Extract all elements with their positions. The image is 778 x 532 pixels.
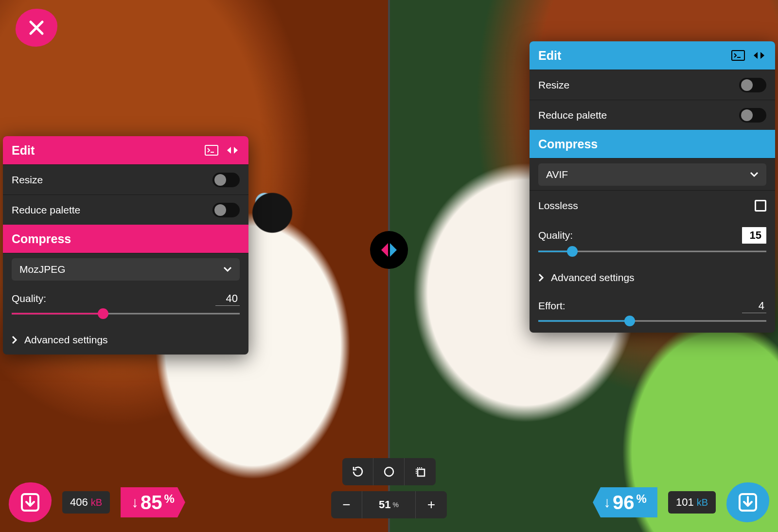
effort-value[interactable]: 4 [742,299,766,313]
quality-value-right[interactable]: 15 [742,227,766,244]
resize-row-right: Resize [530,70,775,100]
chevron-right-icon [538,273,544,282]
collapse-icon[interactable] [752,50,766,61]
reduction-left: ↓ 85 % [121,487,185,517]
effort-label: Effort: [538,300,566,312]
quality-label: Quality: [538,230,573,241]
codec-select-left[interactable]: MozJPEG [12,258,240,281]
view-controls [342,458,436,485]
filesize-value: 406 [70,496,88,509]
filesize-unit: kB [91,497,102,508]
collapse-icon[interactable] [225,145,240,156]
reduce-palette-row-right: Reduce palette [530,100,775,130]
resize-label: Resize [538,79,569,91]
zoom-display[interactable]: 51 % [362,491,416,518]
download-button-left[interactable] [9,482,52,522]
split-arrows-icon [375,236,403,264]
codec-row-right: AVIF [530,158,775,190]
codec-value: MozJPEG [19,264,66,275]
reduce-palette-toggle-right[interactable] [739,108,766,123]
close-icon [27,18,46,37]
lossless-label: Lossless [538,200,578,212]
zoom-out-button[interactable]: − [331,491,362,518]
chevron-right-icon [12,336,18,344]
compress-title: Compress [538,137,598,151]
edit-header-left: Edit [3,136,248,164]
svg-rect-0 [205,145,218,155]
resize-label: Resize [12,174,43,186]
download-button-right[interactable] [726,482,769,522]
svg-point-6 [385,467,393,476]
background-toggle-button[interactable] [373,458,405,485]
advanced-settings-right[interactable]: Advanced settings [530,263,775,292]
comparison-handle[interactable] [370,231,408,269]
resize-row-left: Resize [3,164,248,195]
reduce-palette-toggle-left[interactable] [212,203,240,217]
result-left: 406 kB ↓ 85 % [9,482,185,522]
quality-slider-left[interactable] [12,309,240,319]
circle-icon [383,465,395,478]
filesize-unit: kB [697,497,708,508]
compress-header-right: Compress [530,130,775,158]
codec-select-right[interactable]: AVIF [538,163,766,186]
quality-row-left: Quality: 40 [3,285,248,319]
edit-header-right: Edit [530,41,775,70]
lossless-checkbox[interactable] [755,200,766,212]
download-icon [19,491,41,514]
compress-title: Compress [12,232,71,246]
filesize-value: 101 [676,496,694,509]
codec-row-left: MozJPEG [3,253,248,285]
rotate-icon [352,465,364,478]
filesize-right: 101 kB [668,491,716,514]
percent-sign: % [637,492,647,506]
codec-value: AVIF [546,169,568,180]
resize-toggle-right[interactable] [739,78,766,92]
quality-label: Quality: [12,293,46,304]
svg-rect-7 [418,469,424,476]
zoom-in-button[interactable]: + [416,491,447,518]
result-right: 101 kB ↓ 96 % [593,482,769,522]
edit-title: Edit [12,143,35,158]
lossless-row: Lossless [530,190,775,220]
chevron-down-icon [223,266,232,272]
filesize-left: 406 kB [62,491,110,514]
compress-header-left: Compress [3,225,248,253]
zoom-value: 51 [379,498,390,511]
zoom-percent: % [393,501,399,509]
transform-button[interactable] [405,458,436,485]
reduce-palette-label: Reduce palette [538,109,607,121]
rotate-button[interactable] [342,458,373,485]
reduce-palette-row-left: Reduce palette [3,195,248,225]
down-arrow-icon: ↓ [131,494,139,511]
down-arrow-icon: ↓ [603,494,611,511]
svg-rect-2 [732,51,744,60]
panel-left: Edit Resize Reduce palette Compress MozJ… [3,136,248,355]
panel-right: Edit Resize Reduce palette Compress AVIF… [530,41,775,333]
advanced-settings-left[interactable]: Advanced settings [3,325,248,355]
advanced-label: Advanced settings [24,334,108,346]
quality-value-left[interactable]: 40 [215,292,240,306]
download-icon [737,491,759,514]
cli-icon[interactable] [731,50,745,61]
reduce-palette-label: Reduce palette [12,204,80,216]
effort-slider[interactable] [538,316,766,326]
advanced-label: Advanced settings [551,272,635,284]
edit-title: Edit [538,49,561,63]
quality-slider-right[interactable] [538,247,766,256]
cli-icon[interactable] [205,145,218,156]
quality-row-right: Quality: 15 [530,220,775,256]
resize-toggle-left[interactable] [212,173,240,187]
crop-icon [414,465,426,478]
chevron-down-icon [750,172,759,177]
percent-sign: % [164,492,175,506]
reduction-right: ↓ 96 % [593,487,657,517]
reduction-value: 96 [613,492,635,514]
effort-row: Effort: 4 [530,292,775,326]
zoom-controls: − 51 % + [331,491,447,518]
reduction-value: 85 [141,492,162,514]
